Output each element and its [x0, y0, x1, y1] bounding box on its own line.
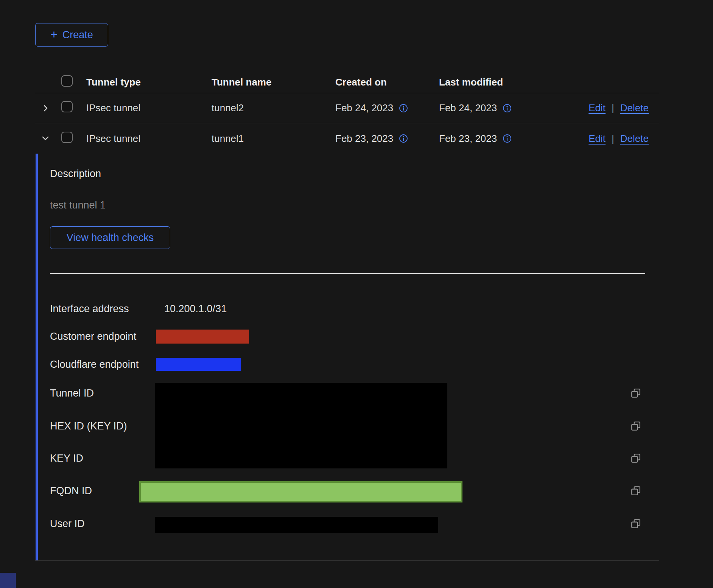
description-value: test tunnel 1 [50, 199, 106, 211]
user-id-redacted-value [155, 517, 438, 533]
created-on-cell: Feb 24, 2023 [335, 102, 393, 114]
table-row: IPsec tunnel tunnel1 Feb 23, 2023 Feb 23… [35, 123, 659, 154]
table-header-row: Tunnel type Tunnel name Created on Last … [35, 72, 659, 93]
edit-link[interactable]: Edit [588, 133, 606, 145]
customer-endpoint-label: Customer endpoint [50, 330, 136, 342]
copy-key-id-icon[interactable] [630, 453, 641, 464]
ids-redacted-value [155, 383, 447, 468]
expanded-bottom-divider [35, 560, 659, 561]
tunnel-name-cell: tunnel2 [212, 102, 335, 114]
header-created-on: Created on [335, 76, 439, 88]
last-modified-cell: Feb 24, 2023 [439, 102, 497, 114]
plus-icon: + [50, 28, 58, 40]
description-heading: Description [50, 168, 101, 180]
tunnel-type-cell: IPsec tunnel [86, 102, 212, 114]
tunnels-page: + Create Tunnel type Tunnel name Created… [0, 0, 713, 588]
header-last-modified: Last modified [439, 76, 659, 88]
table-row: IPsec tunnel tunnel2 Feb 24, 2023 Feb 24… [35, 93, 659, 123]
action-separator: | [612, 102, 614, 114]
info-icon[interactable] [503, 104, 512, 113]
header-tunnel-type: Tunnel type [86, 76, 212, 88]
info-icon[interactable] [503, 134, 512, 143]
cloudflare-endpoint-label: Cloudflare endpoint [50, 358, 139, 370]
row-checkbox[interactable] [61, 101, 73, 112]
header-tunnel-name: Tunnel name [212, 76, 335, 88]
customer-endpoint-redacted-value [156, 330, 249, 344]
collapse-chevron-down-icon[interactable] [40, 133, 51, 144]
fqdn-id-redacted-value [139, 481, 462, 502]
copy-user-id-icon[interactable] [630, 518, 641, 529]
info-icon[interactable] [399, 104, 408, 113]
hex-id-label: HEX ID (KEY ID) [50, 420, 127, 432]
copy-hex-id-icon[interactable] [630, 421, 641, 431]
tunnel-type-cell: IPsec tunnel [86, 133, 212, 145]
fqdn-id-label: FQDN ID [50, 485, 92, 497]
copy-fqdn-id-icon[interactable] [630, 485, 641, 496]
user-id-label: User ID [50, 518, 85, 530]
cloudflare-endpoint-redacted-value [156, 358, 241, 371]
tunnels-table: Tunnel type Tunnel name Created on Last … [35, 72, 659, 154]
interface-address-label: Interface address [50, 303, 129, 315]
create-button-label: Create [62, 29, 93, 41]
interface-address-value: 10.200.1.0/31 [164, 303, 227, 315]
key-id-label: KEY ID [50, 452, 83, 464]
expand-chevron-right-icon[interactable] [40, 103, 51, 114]
detail-divider [50, 273, 645, 274]
tunnel-name-cell: tunnel1 [212, 133, 335, 145]
copy-tunnel-id-icon[interactable] [630, 388, 641, 398]
edit-link[interactable]: Edit [588, 102, 606, 114]
corner-accent-block [0, 573, 16, 588]
tunnel-id-label: Tunnel ID [50, 387, 94, 399]
created-on-cell: Feb 23, 2023 [335, 133, 393, 145]
delete-link[interactable]: Delete [620, 133, 649, 145]
select-all-checkbox[interactable] [61, 75, 73, 87]
expanded-row-accent-bar [36, 154, 38, 561]
row-checkbox[interactable] [61, 132, 73, 143]
info-icon[interactable] [399, 134, 408, 143]
last-modified-cell: Feb 23, 2023 [439, 133, 497, 145]
create-button[interactable]: + Create [35, 23, 108, 47]
view-health-checks-button[interactable]: View health checks [50, 226, 170, 249]
action-separator: | [612, 133, 614, 145]
delete-link[interactable]: Delete [620, 102, 649, 114]
